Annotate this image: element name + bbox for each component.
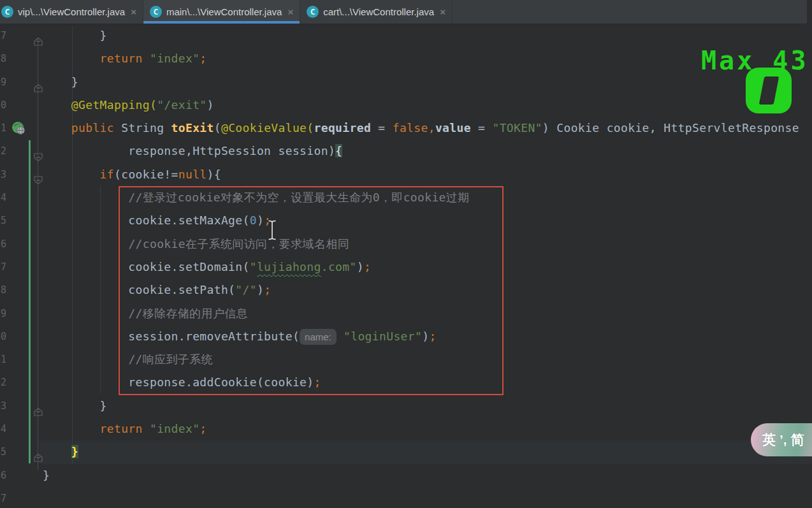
vcs-change-bar [29, 140, 31, 463]
editor-tab-3[interactable]: Ccart\...\ViewController.java× [300, 0, 453, 24]
code-line-63[interactable]: 63 } [0, 395, 812, 417]
close-icon[interactable]: × [287, 6, 293, 17]
code-line-55[interactable]: 55 cookie.setMaxAge(0); [0, 209, 812, 232]
code-text: session.removeAttribute(name: "loginUser… [0, 330, 437, 343]
code-text: @GetMapping("/exit") [0, 98, 214, 112]
code-line-54[interactable]: 54 //登录过cookie对象不为空，设置最大生命为0，即cookie过期 [0, 186, 812, 209]
fold-marker-icon[interactable] [33, 147, 43, 156]
line-number: 57 [0, 256, 6, 279]
code-text: //响应到子系统 [0, 352, 213, 366]
code-editor[interactable]: 47 }48 return "index";49 }50 @GetMapping… [0, 24, 812, 508]
spring-request-mapping-icon[interactable] [11, 120, 26, 136]
code-line-56[interactable]: 56 //cookie在子系统间访问，要求域名相同 [0, 233, 812, 256]
code-line-61[interactable]: 61 //响应到子系统 [0, 348, 812, 371]
line-number: 59 [0, 302, 6, 325]
code-text: return "index"; [0, 52, 207, 65]
code-text: } [0, 468, 50, 482]
ime-mode-indicator: 简 [791, 431, 804, 449]
code-area[interactable]: 47 }48 return "index";49 }50 @GetMapping… [0, 24, 812, 508]
ime-punct-indicator: ’, [779, 432, 787, 447]
code-line-64[interactable]: 64 return "index"; [0, 417, 812, 440]
ime-moon-icon: ☽ [808, 432, 812, 447]
ime-status-pill[interactable]: 英 ’, 简 ☽ [751, 423, 812, 456]
code-line-65[interactable]: 65 } [0, 440, 812, 463]
line-number: 64 [0, 417, 6, 440]
line-number: 55 [0, 209, 6, 232]
fold-marker-icon[interactable] [33, 31, 43, 40]
line-number: 60 [0, 325, 6, 348]
code-line-62[interactable]: 62 response.addCookie(cookie); [0, 371, 812, 394]
code-line-51[interactable]: 51 public String toExit(@CookieValue(req… [0, 117, 812, 140]
code-text [0, 491, 43, 505]
line-number: 61 [0, 348, 6, 371]
line-number: 58 [0, 279, 6, 301]
code-text: public String toExit(@CookieValue(requir… [0, 121, 799, 134]
code-line-66[interactable]: 66} [0, 464, 812, 487]
fold-marker-icon[interactable] [33, 170, 43, 179]
line-number: 67 [0, 487, 6, 508]
fold-marker-icon[interactable] [33, 78, 43, 87]
code-line-59[interactable]: 59 //移除存储的用户信息 [0, 302, 812, 325]
class-icon: C [1, 6, 13, 18]
line-number: 52 [0, 140, 6, 163]
code-line-52[interactable]: 52 response,HttpSession session){ [0, 140, 812, 163]
code-line-60[interactable]: 60 session.removeAttribute(name: "loginU… [0, 325, 812, 348]
line-number: 63 [0, 395, 6, 417]
line-number: 53 [0, 163, 6, 186]
fold-marker-icon[interactable] [33, 402, 43, 410]
editor-tab-2[interactable]: Cmain\...\ViewController.java× [143, 0, 300, 24]
tab-label: vip\...\ViewController.java [18, 6, 125, 17]
close-icon[interactable]: × [131, 6, 136, 17]
code-line-50[interactable]: 50 @GetMapping("/exit") [0, 94, 812, 117]
line-number: 50 [0, 94, 6, 117]
code-text: } [0, 29, 107, 42]
line-number: 48 [0, 47, 6, 70]
line-number: 65 [0, 440, 6, 463]
code-line-67[interactable]: 67 [0, 487, 812, 508]
code-text: //登录过cookie对象不为空，设置最大生命为0，即cookie过期 [0, 191, 470, 204]
code-text: cookie.setDomain("lujiahong.com"); [0, 260, 371, 273]
parameter-hint: name: [300, 329, 337, 345]
code-line-47[interactable]: 47 } [0, 24, 812, 47]
code-line-49[interactable]: 49 } [0, 71, 812, 94]
fold-marker-icon[interactable] [33, 447, 43, 456]
line-number: 56 [0, 233, 6, 256]
fps-counter-zero [746, 68, 792, 113]
line-number: 47 [0, 24, 6, 47]
editor-tab-bar: Cvip\...\ViewController.java×Cmain\...\V… [0, 0, 807, 24]
tab-label: main\...\ViewController.java [166, 6, 282, 17]
code-line-58[interactable]: 58 cookie.setPath("/"); [0, 279, 812, 301]
ide-window: Cvip\...\ViewController.java×Cmain\...\V… [0, 0, 812, 508]
code-text: //移除存储的用户信息 [0, 307, 248, 320]
class-icon: C [307, 6, 319, 18]
fps-overlay: Max 43 [701, 46, 809, 75]
code-text: } [0, 399, 107, 412]
class-icon: C [150, 6, 162, 18]
code-line-48[interactable]: 48 return "index"; [0, 47, 812, 70]
line-number: 49 [0, 71, 6, 94]
editor-tab-1[interactable]: Cvip\...\ViewController.java× [0, 0, 143, 24]
line-number: 54 [0, 186, 6, 209]
line-number: 66 [0, 464, 6, 487]
code-text: cookie.setMaxAge(0); [0, 214, 271, 227]
close-icon[interactable]: × [440, 6, 446, 17]
code-line-57[interactable]: 57 cookie.setDomain("lujiahong.com"); [0, 256, 812, 279]
line-number: 62 [0, 371, 6, 394]
tab-label: cart\...\ViewController.java [323, 6, 434, 17]
code-text: response.addCookie(cookie); [0, 375, 321, 389]
line-number: 51 [0, 117, 6, 140]
ime-lang-indicator: 英 [762, 431, 776, 449]
code-line-53[interactable]: 53 if(cookie!=null){ [0, 163, 812, 186]
text-ibeam-cursor [266, 219, 278, 241]
code-text: cookie.setPath("/"); [0, 283, 271, 296]
code-text: response,HttpSession session){ [0, 144, 342, 157]
code-text: return "index"; [0, 422, 207, 435]
code-text: //cookie在子系统间访问，要求域名相同 [0, 237, 349, 250]
